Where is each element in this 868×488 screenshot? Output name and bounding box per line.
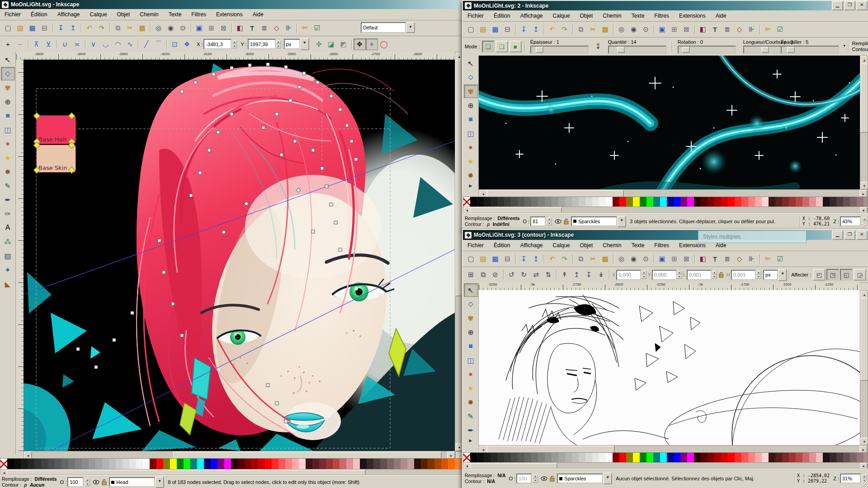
palette-swatch[interactable] [14, 459, 21, 469]
spray-amount-slider[interactable]: Quantité : 14 [608, 39, 666, 54]
palette-swatch[interactable] [61, 459, 68, 469]
palette-swatch[interactable] [448, 459, 455, 469]
palette-swatch[interactable] [694, 453, 701, 463]
deselect-icon[interactable]: ⊘ [489, 269, 501, 281]
menu-edition[interactable]: Édition [494, 242, 510, 249]
palette-swatch[interactable] [796, 453, 802, 463]
palette-swatch[interactable] [816, 453, 823, 463]
palette-swatch[interactable] [843, 453, 850, 463]
palette-swatch[interactable] [592, 197, 599, 207]
show-transform-handles-icon[interactable]: ✥ [354, 38, 366, 50]
palette-swatch[interactable] [428, 459, 434, 469]
palette-swatch[interactable] [497, 453, 504, 463]
palette-swatch[interactable] [714, 453, 721, 463]
menu-fichier[interactable]: Fichier [467, 13, 484, 19]
palette-swatch[interactable] [850, 197, 857, 207]
palette-swatch[interactable] [387, 459, 394, 469]
palette-swatch[interactable] [789, 197, 796, 207]
layer-selector-arrow-icon[interactable]: ▼ [155, 476, 164, 488]
palette-swatch[interactable] [857, 197, 863, 207]
palette-swatch[interactable] [285, 459, 292, 469]
star-tool[interactable]: ★ [464, 381, 478, 395]
stroke-to-path-icon[interactable]: ❖ [181, 38, 193, 50]
layer-visibility-icon[interactable] [541, 475, 547, 482]
palette-swatch[interactable] [619, 453, 626, 463]
toolbox-overflow-arrow-icon[interactable]: ▶ [469, 438, 472, 443]
zoom-page-icon[interactable]: ⊙ [640, 23, 652, 35]
zoom-tool[interactable]: ⊕ [1, 95, 15, 108]
palette-swatch[interactable] [687, 453, 694, 463]
palette-swatch[interactable] [667, 197, 674, 207]
paste-icon[interactable]: ▩ [599, 23, 611, 35]
palette-swatch[interactable] [782, 453, 789, 463]
palette-swatch[interactable] [640, 197, 646, 207]
segment-curve-icon[interactable]: ⌒ [152, 38, 165, 50]
palette-swatch[interactable] [504, 453, 511, 463]
palette-swatch[interactable] [830, 453, 836, 463]
palette-swatch[interactable] [511, 453, 518, 463]
undo-icon[interactable]: ↶ [546, 23, 558, 35]
menu-aide[interactable]: Aide [716, 13, 726, 19]
palette-swatch[interactable] [163, 459, 170, 469]
palette-swatch[interactable] [762, 453, 769, 463]
paint-bucket-tool[interactable]: ◣ [1, 277, 15, 291]
palette-swatch[interactable] [775, 453, 782, 463]
palette-swatch[interactable] [136, 459, 143, 469]
break-nodes-icon[interactable]: ⊻ [42, 38, 55, 50]
palette-swatch[interactable] [7, 459, 14, 469]
open-document-icon[interactable]: ▤ [477, 253, 489, 265]
paste-icon[interactable]: ▩ [599, 253, 611, 265]
palette-swatch[interactable] [660, 197, 667, 207]
palette-swatch[interactable] [245, 459, 251, 469]
redo-icon[interactable]: ↷ [558, 253, 571, 265]
canvas-window3[interactable] [479, 290, 860, 445]
palette-swatch[interactable] [491, 453, 497, 463]
palette-swatch[interactable] [782, 197, 789, 207]
palette-swatch[interactable] [401, 459, 407, 469]
palette-swatch[interactable] [816, 197, 823, 207]
palette-swatch[interactable] [762, 197, 769, 207]
import-icon[interactable]: ↧ [518, 253, 530, 265]
palette-swatch[interactable] [407, 459, 414, 469]
palette-swatch[interactable] [748, 197, 755, 207]
palette-swatch[interactable] [34, 459, 41, 469]
zoom-drawing-icon[interactable]: ◉ [627, 253, 640, 265]
palette-swatch[interactable] [599, 197, 606, 207]
minimize-button[interactable]: ▁ [832, 1, 843, 10]
ruler-horizontal-window3[interactable]: -3250-3k-2750-2500-2250-2k-1750-1500-125… [479, 282, 860, 291]
palette-swatch[interactable] [367, 459, 373, 469]
ellipse-tool[interactable]: ● [1, 137, 15, 150]
palette-swatch[interactable] [680, 197, 687, 207]
ruler-horizontal-main[interactable]: -3500-3400-3300-3200-3100-3000-2900-2800… [16, 52, 455, 60]
y-coord-field[interactable]: 1997,39 [248, 39, 276, 49]
unit-selector[interactable]: px [763, 270, 778, 280]
xml-editor-icon[interactable]: ◇ [733, 253, 745, 265]
unit-selector-arrow-icon[interactable]: ▼ [300, 38, 309, 50]
palette-swatch[interactable] [95, 459, 102, 469]
spellcheck-icon[interactable]: ✄ [762, 253, 774, 265]
selector-tool[interactable]: ↖ [464, 56, 478, 70]
titlebar-window2[interactable]: ❖ MoOnLiGht.svg: 2 - Inkscape ▁ ❐ ✕ [463, 1, 868, 10]
menu-edition[interactable]: Édition [494, 13, 510, 19]
delete-node-icon[interactable]: − [14, 38, 26, 50]
clone-icon[interactable]: ⊞ [668, 23, 680, 35]
close-button[interactable]: ✕ [856, 1, 868, 10]
node-cusp-icon[interactable]: ∨ [87, 38, 99, 50]
y-coord-spinner[interactable]: ▲▼ [276, 40, 281, 48]
opacity-field[interactable]: 81 [530, 216, 546, 226]
menu-objet[interactable]: Objet [580, 242, 593, 249]
palette-swatch[interactable] [75, 459, 82, 469]
palette-swatch[interactable] [150, 459, 156, 469]
fill-indicator[interactable]: N/A [498, 473, 506, 479]
text-tool[interactable]: A [1, 221, 15, 235]
palette-swatch[interactable] [769, 453, 775, 463]
clone-icon[interactable]: ⊞ [668, 253, 680, 265]
fill-indicator[interactable]: Différents [35, 476, 57, 482]
palette-swatch[interactable] [224, 459, 231, 469]
palette-swatch[interactable] [272, 459, 278, 469]
palette-swatch[interactable] [674, 453, 680, 463]
sel-height-spinner[interactable]: ▲▼ [756, 271, 761, 279]
palette-swatch[interactable] [701, 453, 708, 463]
palette-swatch[interactable] [823, 197, 830, 207]
layer-lock-icon[interactable] [101, 479, 108, 485]
